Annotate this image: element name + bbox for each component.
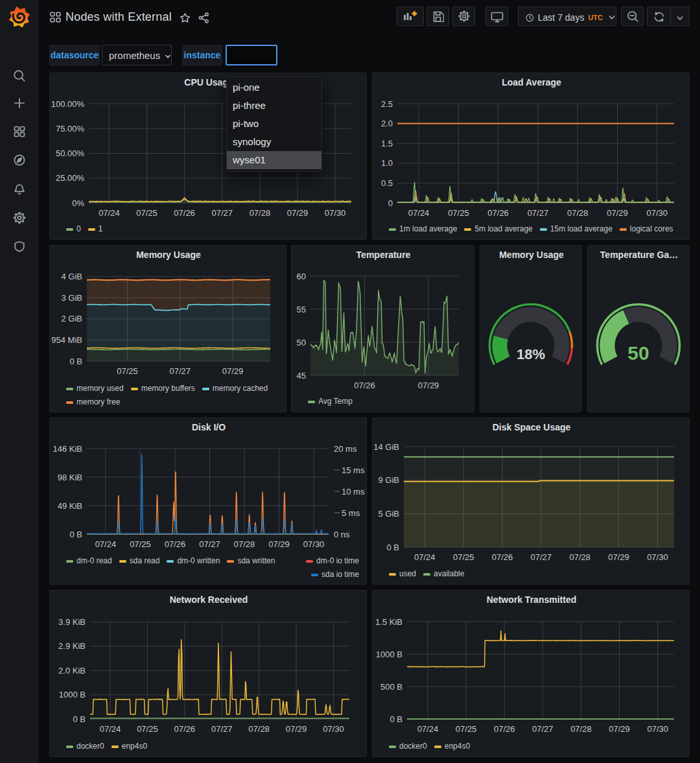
- svg-text:07/28: 07/28: [250, 208, 271, 218]
- svg-text:07/26: 07/26: [494, 724, 515, 734]
- svg-text:0 B: 0 B: [386, 543, 399, 552]
- svg-text:07/26: 07/26: [174, 724, 196, 734]
- svg-text:1.0: 1.0: [381, 158, 393, 168]
- svg-text:07/26: 07/26: [165, 539, 186, 549]
- svg-text:100.00%: 100.00%: [51, 99, 85, 109]
- svg-text:60: 60: [297, 272, 306, 281]
- svg-text:25.00%: 25.00%: [56, 173, 85, 183]
- svg-text:2.9 KiB: 2.9 KiB: [58, 641, 86, 651]
- svg-text:3.9 KiB: 3.9 KiB: [58, 617, 86, 627]
- svg-text:07/29: 07/29: [607, 208, 628, 218]
- svg-text:07/27: 07/27: [528, 208, 549, 218]
- svg-text:07/24: 07/24: [414, 552, 436, 562]
- svg-text:2.5: 2.5: [381, 99, 393, 109]
- svg-text:50: 50: [297, 338, 306, 347]
- svg-text:9 GiB: 9 GiB: [378, 475, 399, 485]
- svg-text:4 GiB: 4 GiB: [61, 272, 82, 281]
- svg-text:15 ms: 15 ms: [342, 465, 365, 475]
- svg-text:07/25: 07/25: [137, 724, 158, 734]
- svg-text:146 KiB: 146 KiB: [52, 444, 82, 454]
- svg-text:20 ms: 20 ms: [334, 444, 357, 454]
- svg-text:07/29: 07/29: [418, 381, 439, 390]
- svg-text:07/26: 07/26: [492, 552, 513, 562]
- svg-text:0%: 0%: [72, 198, 84, 208]
- svg-text:50.00%: 50.00%: [56, 148, 85, 158]
- svg-text:07/26: 07/26: [174, 208, 195, 218]
- svg-text:0 B: 0 B: [73, 714, 86, 724]
- svg-text:07/30: 07/30: [647, 552, 668, 562]
- svg-text:0 B: 0 B: [69, 530, 82, 539]
- svg-text:07/27: 07/27: [170, 366, 191, 376]
- svg-text:07/28: 07/28: [567, 208, 589, 218]
- svg-text:50: 50: [627, 342, 649, 364]
- svg-text:07/30: 07/30: [647, 724, 668, 734]
- svg-text:07/30: 07/30: [325, 208, 346, 218]
- svg-text:18%: 18%: [517, 346, 545, 362]
- svg-text:07/30: 07/30: [303, 539, 325, 549]
- svg-text:55: 55: [297, 305, 306, 314]
- svg-text:0 B: 0 B: [69, 357, 82, 366]
- svg-text:07/28: 07/28: [569, 552, 590, 562]
- svg-text:98 KiB: 98 KiB: [58, 473, 82, 482]
- svg-text:07/27: 07/27: [211, 724, 233, 734]
- svg-text:07/29: 07/29: [222, 366, 244, 376]
- svg-text:07/28: 07/28: [234, 539, 255, 549]
- svg-text:07/29: 07/29: [286, 724, 307, 734]
- svg-text:07/24: 07/24: [99, 208, 120, 218]
- svg-text:1.5 KiB: 1.5 KiB: [375, 617, 402, 627]
- svg-text:07/30: 07/30: [323, 724, 344, 734]
- svg-text:500 B: 500 B: [380, 682, 402, 692]
- svg-text:07/27: 07/27: [199, 539, 220, 549]
- svg-text:3 GiB: 3 GiB: [61, 293, 82, 303]
- svg-text:07/26: 07/26: [354, 381, 375, 390]
- svg-text:07/27: 07/27: [531, 552, 552, 562]
- svg-text:1000 B: 1000 B: [376, 650, 402, 659]
- svg-text:45: 45: [297, 371, 306, 381]
- svg-text:2.0: 2.0: [381, 119, 393, 128]
- svg-text:07/25: 07/25: [130, 539, 151, 549]
- svg-text:07/29: 07/29: [268, 539, 290, 549]
- svg-text:07/26: 07/26: [487, 208, 509, 218]
- svg-text:49 KiB: 49 KiB: [58, 501, 82, 511]
- svg-text:07/28: 07/28: [570, 724, 592, 734]
- svg-text:07/29: 07/29: [608, 552, 629, 562]
- svg-text:75.00%: 75.00%: [56, 124, 85, 134]
- svg-text:0 B: 0 B: [390, 714, 402, 724]
- svg-text:07/25: 07/25: [117, 366, 138, 376]
- svg-text:07/27: 07/27: [211, 208, 233, 218]
- svg-text:954 MiB: 954 MiB: [51, 335, 82, 345]
- svg-text:5 ms: 5 ms: [342, 508, 360, 518]
- svg-text:07/25: 07/25: [448, 208, 469, 218]
- svg-text:5 GiB: 5 GiB: [378, 509, 399, 519]
- svg-text:2 GiB: 2 GiB: [61, 314, 82, 323]
- svg-text:10 ms: 10 ms: [342, 487, 365, 497]
- svg-text:07/24: 07/24: [100, 724, 121, 734]
- svg-text:07/30: 07/30: [646, 208, 668, 218]
- svg-text:0: 0: [388, 198, 393, 208]
- svg-text:07/29: 07/29: [609, 724, 630, 734]
- svg-text:07/29: 07/29: [287, 208, 309, 218]
- svg-text:1.5: 1.5: [381, 139, 393, 148]
- svg-text:07/28: 07/28: [248, 724, 270, 734]
- svg-text:07/27: 07/27: [532, 724, 554, 734]
- svg-text:07/24: 07/24: [417, 724, 439, 734]
- svg-text:07/25: 07/25: [456, 724, 477, 734]
- svg-text:07/25: 07/25: [453, 552, 474, 562]
- svg-text:1000 B: 1000 B: [59, 690, 86, 699]
- svg-text:0.5: 0.5: [381, 178, 393, 188]
- svg-text:14 GiB: 14 GiB: [373, 442, 399, 452]
- svg-text:2.0 KiB: 2.0 KiB: [58, 666, 86, 675]
- svg-text:07/25: 07/25: [136, 208, 158, 218]
- svg-text:07/24: 07/24: [408, 208, 430, 218]
- svg-text:0 ns: 0 ns: [334, 530, 350, 539]
- svg-text:07/24: 07/24: [95, 539, 117, 549]
